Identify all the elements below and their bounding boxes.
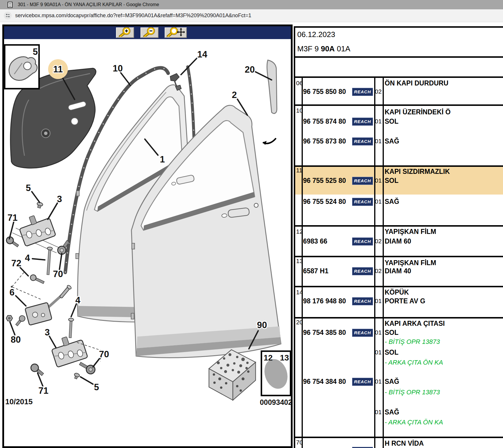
- window-titlebar: 301 - M3F 9 90A01A - ÖN YANA AÇILIR KAPI…: [0, 0, 503, 9]
- callout-3[interactable]: 3: [45, 327, 50, 337]
- document-icon: [8, 2, 13, 8]
- part-reference[interactable]: 96 755 525 80: [303, 177, 346, 184]
- reach-badge[interactable]: REACH: [352, 378, 373, 386]
- callout-80[interactable]: 80: [11, 335, 21, 345]
- code-prefix: M3F 9: [297, 44, 321, 53]
- callout-5[interactable]: 5: [26, 183, 31, 193]
- address-bar[interactable]: servicebox.mpsa.com/docapvpr/affiche.do?…: [0, 9, 503, 22]
- zoom-pan-button[interactable]: [165, 27, 187, 38]
- zoom-out-icon: [143, 27, 156, 38]
- callout-2[interactable]: 2: [232, 90, 237, 100]
- part-reference[interactable]: 96 755 873 80: [303, 137, 346, 145]
- divider: [294, 286, 503, 287]
- reach-badge[interactable]: REACH: [352, 297, 373, 305]
- zoom-in-icon: [118, 27, 132, 38]
- callout-13[interactable]: 13: [280, 353, 289, 362]
- table-date: 06.12.2023: [297, 31, 335, 38]
- reach-badge[interactable]: REACH: [352, 447, 373, 448]
- part-side: SAĞ: [385, 198, 399, 205]
- part-side: SAĞ: [385, 408, 399, 416]
- callout-90[interactable]: 90: [257, 320, 267, 330]
- part-reference[interactable]: 96 755 874 80: [303, 118, 346, 125]
- callout-72[interactable]: 72: [11, 258, 21, 268]
- code-suffix: 01A: [335, 44, 351, 53]
- screw: [5, 235, 20, 249]
- diagram-date: 10/2015: [5, 397, 33, 406]
- divider: [294, 26, 295, 448]
- part-reference[interactable]: 96 754 384 80: [303, 378, 346, 385]
- part-reference[interactable]: 96 755 850 80: [303, 88, 346, 95]
- reach-badge[interactable]: REACH: [352, 329, 373, 337]
- reach-badge[interactable]: REACH: [352, 237, 373, 246]
- screw: [29, 274, 45, 285]
- callout-14[interactable]: 14: [197, 49, 207, 60]
- callout-1[interactable]: 1: [160, 154, 165, 164]
- part-note: - ARKA ÇITA ÖN KA: [385, 359, 443, 366]
- zoom-out-button[interactable]: [140, 27, 159, 38]
- callout-12[interactable]: 12: [263, 353, 272, 362]
- callout-6[interactable]: 6: [9, 287, 14, 298]
- zoom-in-button[interactable]: [116, 27, 134, 38]
- divider: [294, 437, 503, 438]
- reach-badge[interactable]: REACH: [352, 198, 373, 206]
- part-side: SOL: [385, 177, 398, 184]
- url-text[interactable]: servicebox.mpsa.com/docapvpr/affiche.do?…: [15, 13, 251, 19]
- divider: [294, 256, 503, 257]
- part-description: KAPI ÜZERİNDEKİ Ö: [385, 108, 451, 116]
- divider: [302, 76, 303, 448]
- site-settings-icon[interactable]: [4, 12, 12, 20]
- diagram-panel: 5 11 10 14 20 2 1 5 3 71 4 72 70 6 80 4 …: [2, 24, 293, 448]
- part-side: SOL: [385, 329, 398, 336]
- divider: [294, 225, 503, 227]
- part-reference[interactable]: 6587 H1: [303, 267, 328, 275]
- callout-3[interactable]: 3: [57, 194, 62, 204]
- exploded-diagram: 5 11 10 14 20 2 1 5 3 71 4 72 70 6 80 4 …: [4, 39, 291, 446]
- callout-5[interactable]: 5: [94, 382, 99, 392]
- part-subtitle: PORTE AV G: [385, 297, 425, 305]
- divider: [294, 26, 503, 28]
- divider: [294, 104, 503, 106]
- callout-11[interactable]: 11: [53, 64, 63, 74]
- part-side: SOL: [385, 349, 398, 356]
- part-reference[interactable]: 96 754 385 80: [303, 329, 346, 336]
- callout-71[interactable]: 71: [38, 386, 48, 396]
- window-title: 301 - M3F 9 90A01A - ÖN YANA AÇILIR KAPI…: [18, 2, 159, 7]
- part-side: SOL: [385, 118, 398, 125]
- part-reference[interactable]: 96 755 524 80: [303, 198, 346, 205]
- zoom-pan-icon: [167, 27, 185, 38]
- reach-badge[interactable]: REACH: [352, 88, 373, 96]
- part-description: KAPI ARKA ÇITASI: [385, 320, 445, 327]
- divider: [374, 76, 375, 448]
- part-note: - ARKA ÇITA ÖN KA: [385, 419, 443, 426]
- bolt: [14, 314, 26, 327]
- divider: [294, 317, 503, 318]
- callout-20[interactable]: 20: [245, 64, 255, 75]
- part-subtitle: DIAM 40: [385, 267, 411, 275]
- reach-badge[interactable]: REACH: [352, 177, 373, 185]
- long-bolt: [68, 318, 74, 338]
- table-reference-code: M3F 9 90A 01A: [297, 45, 350, 52]
- divider: [383, 76, 384, 448]
- part-description: YAPIŞKAN FİLM: [385, 228, 436, 235]
- part-reference[interactable]: 6983 66: [303, 237, 327, 245]
- callout-70[interactable]: 70: [53, 269, 63, 279]
- callout-5[interactable]: 5: [33, 47, 38, 57]
- rear-trim-strip: [263, 60, 277, 145]
- screw: [78, 360, 96, 375]
- screw: [29, 363, 45, 377]
- divider: [294, 76, 503, 78]
- callout-71[interactable]: 71: [8, 213, 17, 223]
- part-side: SAĞ: [385, 378, 399, 385]
- callout-4[interactable]: 4: [75, 295, 80, 305]
- callout-10[interactable]: 10: [113, 63, 123, 74]
- fastener-kit-box: [209, 350, 256, 400]
- diagram-toolbar: [4, 26, 291, 39]
- callout-4[interactable]: 4: [25, 253, 30, 263]
- part-reference[interactable]: 98 176 948 80: [303, 297, 346, 305]
- reach-badge[interactable]: REACH: [352, 137, 373, 146]
- parts-table: 06.12.2023 M3F 9 90A 01A 06 ÖN KAPI DURD…: [294, 26, 503, 448]
- reach-badge[interactable]: REACH: [352, 267, 373, 275]
- reach-badge[interactable]: REACH: [352, 118, 373, 126]
- callout-70[interactable]: 70: [99, 349, 109, 359]
- part-note: - BİTİŞ OPR 13873: [385, 338, 440, 346]
